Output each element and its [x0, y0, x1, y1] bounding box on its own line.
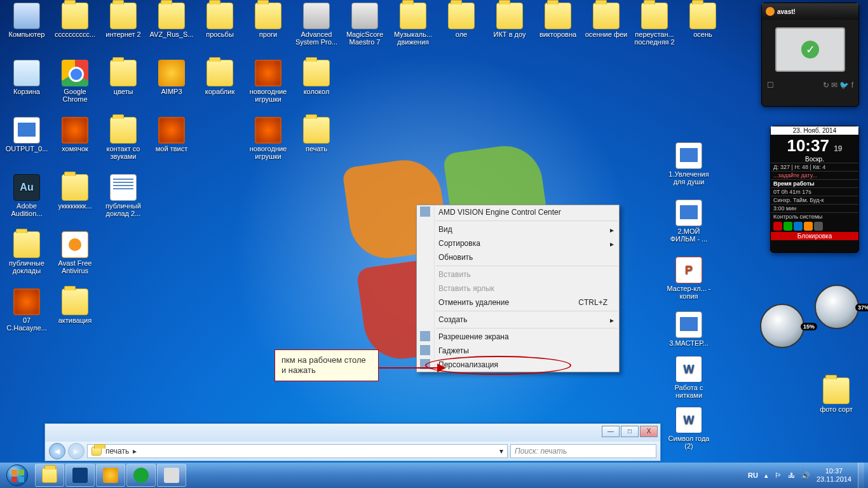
- desktop-icon[interactable]: Мастер-кл... - копия: [666, 257, 712, 300]
- ram-meter-gadget[interactable]: 37%: [815, 285, 859, 329]
- desktop-icon[interactable]: новогодние игрушки: [245, 117, 291, 160]
- clock-gadget[interactable]: 23. Нояб. 2014 10:37 19 Воскр. Д: 327 | …: [770, 126, 859, 253]
- desktop-icon[interactable]: укккккккк...: [52, 174, 98, 210]
- context-menu-item[interactable]: Отменить удалениеCTRL+Z: [417, 295, 619, 309]
- explorer-titlebar[interactable]: — □ X: [45, 424, 660, 442]
- desktop-icon[interactable]: 1.Увлечения для души: [666, 142, 712, 186]
- folder-icon: [823, 377, 850, 404]
- context-menu-item[interactable]: Сортировка▸: [417, 236, 619, 250]
- desktop-icon[interactable]: Advanced System Pro...: [294, 3, 339, 46]
- address-bar[interactable]: печать▸ ▾: [87, 444, 508, 458]
- folder-icon: [593, 3, 620, 29]
- maximize-button[interactable]: □: [621, 426, 639, 437]
- desktop-icon[interactable]: сссссссссс...: [52, 3, 98, 38]
- desktop-icon[interactable]: фото сорт: [813, 377, 859, 413]
- tray-volume-icon[interactable]: 🔊: [801, 471, 810, 480]
- mp3-icon: [158, 117, 185, 144]
- video-icon: [675, 200, 702, 226]
- desktop-icon[interactable]: Корзина: [4, 60, 50, 95]
- desktop-icon[interactable]: проги: [245, 3, 291, 38]
- close-button[interactable]: X: [640, 426, 658, 437]
- show-desktop-button[interactable]: [858, 463, 864, 488]
- desktop-icon[interactable]: Компьютер: [4, 3, 50, 38]
- desktop-icon[interactable]: публичный доклад 2...: [100, 174, 146, 217]
- context-menu-item[interactable]: AMD VISION Engine Control Center: [417, 205, 619, 219]
- folder-icon: [448, 3, 475, 29]
- desktop-icon[interactable]: оле: [438, 3, 484, 38]
- app-icon: [303, 3, 330, 29]
- tray-action-center-icon[interactable]: 🏳: [775, 471, 782, 479]
- gadget-lock[interactable]: Блокировка: [771, 232, 858, 240]
- desktop-icon[interactable]: переустан... последняя 2: [632, 3, 677, 46]
- taskbar-explorer[interactable]: [35, 464, 64, 487]
- taskbar-aimp[interactable]: [96, 464, 125, 487]
- desktop-icon[interactable]: AIMP3: [149, 60, 194, 95]
- language-indicator[interactable]: RU: [748, 471, 758, 479]
- submenu-arrow-icon: ▸: [610, 225, 614, 235]
- desktop-icon[interactable]: кораблик: [197, 60, 243, 95]
- desktop-icon[interactable]: AVZ_Rus_S...: [149, 3, 194, 38]
- aimp-icon: [158, 60, 185, 86]
- taskbar[interactable]: RU ▴ 🏳 🖧 🔊 10:37 23.11.2014: [0, 463, 868, 488]
- desktop-icon[interactable]: интернет 2: [100, 3, 146, 38]
- context-menu-item: Вставить ярлык: [417, 281, 619, 295]
- desktop-icon[interactable]: Символ года (2): [666, 407, 712, 450]
- submenu-arrow-icon: ▸: [610, 315, 614, 325]
- folder-icon: [689, 3, 716, 29]
- word-icon: [675, 356, 702, 383]
- desktop-icon[interactable]: 2.МОЙ ФИЛЬМ - ...: [666, 200, 712, 243]
- desktop-icon[interactable]: ИКТ в доу: [487, 3, 532, 38]
- desktop-icon[interactable]: осенние феи: [583, 3, 629, 38]
- folder-icon: [158, 3, 185, 29]
- desktop-icon[interactable]: Работа с нитками: [666, 356, 712, 399]
- bin-icon: [13, 60, 40, 86]
- nav-back-button[interactable]: ◄: [49, 443, 65, 459]
- search-box[interactable]: Поиск: печать: [510, 444, 656, 458]
- taskbar-maxthon[interactable]: [65, 464, 95, 487]
- desktop[interactable]: Компьютерсссссссссс...интернет 2AVZ_Rus_…: [0, 0, 868, 463]
- desktop-icon[interactable]: печать: [294, 117, 339, 152]
- minimize-button[interactable]: —: [602, 426, 620, 437]
- taskbar-clock[interactable]: 10:37 23.11.2014: [817, 467, 851, 484]
- gadget-dow: Воскр.: [771, 156, 858, 163]
- desktop-icon[interactable]: колокол: [294, 60, 339, 95]
- context-menu-item[interactable]: Разрешение экрана: [417, 330, 619, 344]
- context-menu-item[interactable]: Обновить: [417, 250, 619, 264]
- cpu-meter-gadget[interactable]: 15%: [760, 304, 804, 348]
- explorer-window[interactable]: — □ X ◄ ► печать▸ ▾ Поиск: печать: [44, 423, 661, 461]
- desktop-icon[interactable]: просьбы: [197, 3, 243, 38]
- desktop-icon[interactable]: Avast Free Antivirus: [52, 231, 98, 274]
- avast-status-icon: ✓: [775, 27, 845, 72]
- video-icon: [13, 117, 40, 144]
- desktop-icon[interactable]: активация: [52, 288, 98, 324]
- desktop-icon[interactable]: цветы: [100, 60, 146, 95]
- desktop-icon[interactable]: викторовна: [535, 3, 581, 38]
- desktop-icon[interactable]: новогодние игрушки: [245, 60, 291, 103]
- avast-gadget[interactable]: avast! ✓ ☐↻ ✉ 🐦 f: [761, 3, 859, 107]
- desktop-icon[interactable]: Музыкаль... движения: [390, 3, 436, 46]
- desktop-icon[interactable]: Adobe Audition...: [4, 174, 50, 217]
- desktop-icon[interactable]: Google Chrome: [52, 60, 98, 103]
- context-menu-item[interactable]: Вид▸: [417, 222, 619, 236]
- start-button[interactable]: [0, 463, 34, 488]
- desktop-icon[interactable]: мой твист: [149, 117, 194, 152]
- app-icon: [351, 3, 378, 29]
- desktop-icon[interactable]: публичные доклады: [4, 231, 50, 274]
- desktop-icon[interactable]: 3.МАСТЕР...: [666, 311, 712, 347]
- desktop-icon[interactable]: контакт со звуками: [100, 117, 146, 160]
- folder-icon: [207, 60, 233, 86]
- desktop-icon[interactable]: MagicScore Maestro 7: [342, 3, 388, 46]
- context-menu-item[interactable]: Создать▸: [417, 313, 619, 327]
- desktop-icon[interactable]: хомячок: [52, 117, 98, 152]
- desktop-icon[interactable]: осень: [680, 3, 726, 38]
- system-tray[interactable]: RU ▴ 🏳 🖧 🔊 10:37 23.11.2014: [748, 463, 868, 488]
- desktop-icon[interactable]: 07 С.Насауле...: [4, 288, 50, 332]
- taskbar-mailru[interactable]: [126, 464, 156, 487]
- mp3-icon: [62, 117, 88, 144]
- folder-icon: [303, 117, 330, 144]
- taskbar-amd[interactable]: [157, 464, 186, 487]
- folder-icon: [545, 3, 571, 29]
- tray-network-icon[interactable]: 🖧: [788, 471, 795, 479]
- desktop-icon[interactable]: OUTPUT_0...: [4, 117, 50, 152]
- tray-chevron-icon[interactable]: ▴: [764, 471, 768, 480]
